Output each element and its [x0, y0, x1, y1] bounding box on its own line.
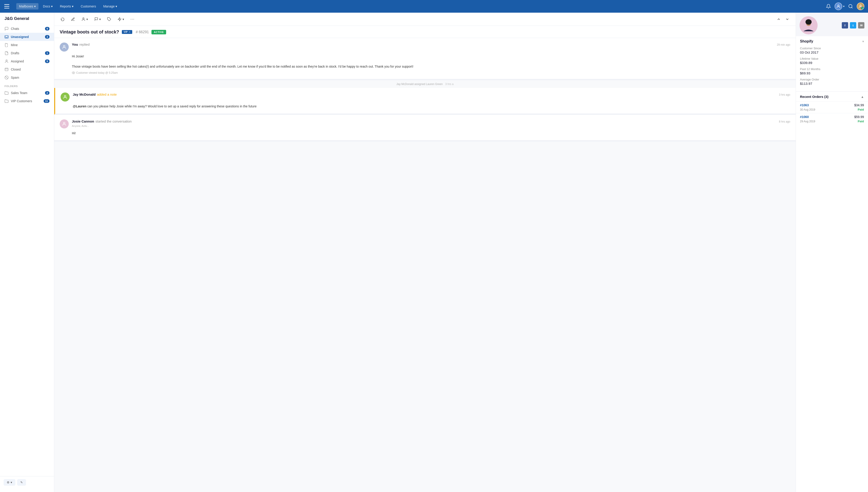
- sales-team-label: Sales Team: [11, 91, 45, 95]
- facebook-icon[interactable]: f: [842, 22, 848, 28]
- nav-manage[interactable]: Manage ▾: [101, 3, 120, 9]
- mailboxes-dropdown-icon: ▾: [34, 4, 36, 8]
- flag-icon: [94, 17, 98, 21]
- nav-customers[interactable]: Customers: [78, 3, 99, 9]
- sidebar-item-closed[interactable]: Closed: [0, 65, 54, 73]
- lifetime-value: $339.89: [800, 61, 864, 65]
- vip-folder-icon: [4, 99, 8, 103]
- app-body: J&G General Chats 9 Unassigned 3 Mine Dr…: [0, 13, 868, 492]
- tag-button[interactable]: [105, 16, 113, 23]
- message-viewed: Customer viewed today @ 5:25am: [72, 71, 790, 74]
- prev-conversation-button[interactable]: [775, 16, 783, 23]
- message-body: @Lauren can you please help Josie while …: [73, 104, 790, 109]
- sub-text: Anyone, Activ...: [72, 125, 790, 127]
- edit-button[interactable]: [69, 16, 77, 23]
- sidebar: J&G General Chats 9 Unassigned 3 Mine Dr…: [0, 13, 54, 492]
- nav-right: ▾: [826, 2, 864, 10]
- author-line: Josie Cannon started the conversation 8 …: [72, 119, 790, 123]
- order-top: #1063 $34.99: [800, 103, 864, 107]
- past12-value: $69.93: [800, 71, 864, 75]
- sidebar-folder-sales[interactable]: Sales Team 2: [0, 89, 54, 97]
- sidebar-item-chats[interactable]: Chats 9: [0, 25, 54, 33]
- chats-label: Chats: [11, 27, 45, 30]
- sidebar-item-unassigned[interactable]: Unassigned 3: [0, 33, 54, 41]
- order-row: #1063 $34.99 30 Aug 2019 Paid: [796, 101, 868, 113]
- edit-icon: [71, 17, 75, 21]
- notifications-icon[interactable]: [826, 4, 831, 9]
- shopify-section: Shopify ▾ Customer Since 03 Oct 2017 Lif…: [796, 36, 868, 92]
- undo-button[interactable]: [59, 16, 67, 23]
- next-conversation-button[interactable]: [784, 16, 791, 23]
- shopify-section-header[interactable]: Shopify ▾: [796, 36, 868, 47]
- conversation-title: Vintage boots out of stock?: [60, 29, 119, 34]
- settings-button[interactable]: ⚙ ▾: [4, 479, 16, 486]
- toolbar-navigation: [775, 16, 791, 23]
- search-icon[interactable]: [848, 4, 853, 9]
- message-action: replied: [79, 43, 90, 46]
- order-date: 30 Aug 2019: [800, 108, 815, 111]
- orders-section: Recent Orders (3) ▲ #1063 $34.99 30 Aug …: [796, 92, 868, 125]
- draft-icon: [4, 51, 8, 55]
- avatar: [60, 119, 69, 128]
- assign-button[interactable]: ▾: [80, 16, 90, 23]
- manage-dropdown-icon: ▾: [116, 4, 117, 8]
- unassigned-badge: 3: [45, 35, 50, 39]
- customer-profile-header: f t ✉: [796, 13, 868, 36]
- message-block: You replied 29 min ago Hi Josie! Those v…: [54, 38, 796, 80]
- nav-docs[interactable]: Docs ▾: [40, 3, 55, 9]
- reports-dropdown-icon: ▾: [72, 4, 74, 8]
- order-number[interactable]: #1063: [800, 103, 809, 107]
- svg-point-15: [63, 122, 65, 124]
- message-action: started the conversation: [95, 119, 132, 123]
- email-icon[interactable]: ✉: [858, 22, 864, 28]
- note-action: added a note: [97, 93, 117, 96]
- past12-label: Past 12 Months: [800, 67, 864, 71]
- sidebar-item-mine[interactable]: Mine: [0, 41, 54, 49]
- sidebar-item-spam[interactable]: Spam: [0, 73, 54, 82]
- orders-section-header[interactable]: Recent Orders (3) ▲: [796, 92, 868, 101]
- customer-since-value: 03 Oct 2017: [800, 50, 864, 54]
- vip-label: VIP: [124, 31, 128, 33]
- nav-reports[interactable]: Reports ▾: [57, 3, 76, 9]
- vip-remove-button[interactable]: ✕: [129, 31, 130, 33]
- orders-chevron-icon: ▲: [861, 95, 864, 99]
- avatar: [60, 93, 70, 101]
- top-navigation: Mailboxes ▾ Docs ▾ Reports ▾ Customers M…: [0, 0, 868, 13]
- more-button[interactable]: ···: [129, 16, 136, 23]
- compose-icon: ✎: [20, 481, 23, 484]
- nav-mailboxes[interactable]: Mailboxes ▾: [16, 3, 39, 9]
- order-number[interactable]: #1060: [800, 115, 809, 119]
- author-line: You replied 29 min ago: [72, 43, 790, 46]
- unassigned-label: Unassigned: [11, 35, 45, 39]
- order-row: #1060 $59.99 29 Aug 2019 Paid: [796, 113, 868, 125]
- sidebar-item-drafts[interactable]: Drafts 1: [0, 49, 54, 57]
- customer-avatar-image: [802, 19, 815, 32]
- svg-point-2: [860, 5, 862, 6]
- gear-icon: ⚙: [7, 481, 9, 484]
- flag-button[interactable]: ▾: [93, 16, 103, 23]
- action-button[interactable]: ▾: [116, 16, 126, 23]
- shopify-stats: Customer Since 03 Oct 2017 Lifetime Valu…: [796, 47, 868, 91]
- message-body: Hi Josie! Those vintage boots have been …: [72, 54, 790, 69]
- vip-badge-container[interactable]: VIP ✕: [122, 30, 132, 34]
- sidebar-folder-vip[interactable]: VIP Customers 11: [0, 97, 54, 105]
- sidebar-item-assigned[interactable]: Assigned 9: [0, 57, 54, 65]
- hand-icon: [4, 43, 8, 47]
- twitter-icon[interactable]: t: [850, 22, 856, 28]
- lifetime-value-stat: Lifetime Value $339.89: [800, 57, 864, 65]
- conversation-toolbar: ▾ ▾ ▾ ···: [54, 13, 796, 26]
- messages-container: You replied 29 min ago Hi Josie! Those v…: [54, 38, 796, 492]
- drafts-label: Drafts: [11, 51, 45, 55]
- message-body: Hi!: [72, 131, 790, 136]
- past12-stat: Past 12 Months $69.93: [800, 67, 864, 75]
- mailbox-title: J&G General: [0, 16, 54, 25]
- svg-point-13: [73, 72, 74, 73]
- app-logo[interactable]: [4, 3, 11, 9]
- avatar: [60, 43, 69, 52]
- docs-dropdown-icon: ▾: [51, 4, 53, 8]
- note-block: Jay McDonald added a note 3 hrs ago @Lau…: [54, 88, 796, 115]
- customer-since-stat: Customer Since 03 Oct 2017: [800, 47, 864, 54]
- new-conversation-button[interactable]: ✎: [17, 479, 26, 486]
- user-menu[interactable]: ▾: [835, 2, 844, 10]
- current-user-avatar[interactable]: [857, 2, 864, 10]
